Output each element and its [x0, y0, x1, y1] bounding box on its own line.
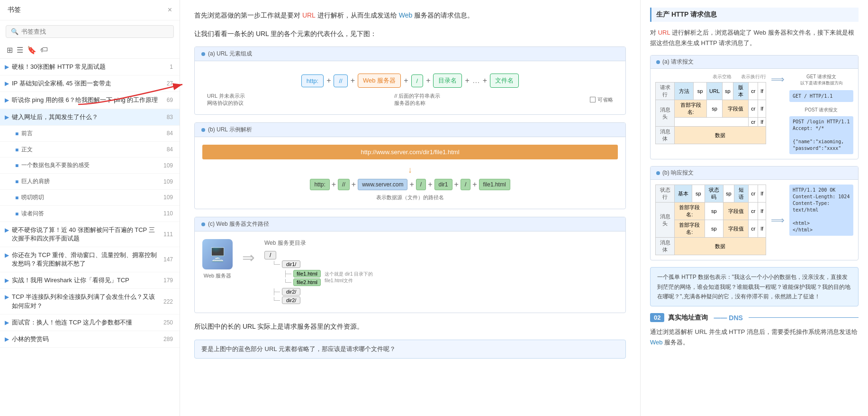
grid-icon[interactable]: ⊞	[7, 46, 13, 55]
table-cell: 字段值	[723, 220, 749, 238]
list-item[interactable]: ▶ 面试官：换人！他连 TCP 这几个参数都不懂 250	[0, 314, 180, 331]
tree-file2-box: file2.html	[293, 278, 321, 286]
diagram-a-header: (a) URL 元素组成	[195, 47, 625, 61]
search-input[interactable]	[21, 28, 169, 35]
resp-sample: HTTP/1.1 200 OK Content-Length: 1024 Con…	[789, 185, 853, 236]
bookmark-item-label: 正文	[21, 146, 33, 154]
table-cell: 版本	[733, 83, 749, 100]
table-cell: 首部字段名:	[675, 100, 707, 118]
bookmark-item-num: 27	[167, 80, 173, 87]
list-item[interactable]: ▶ 你还在为 TCP 重传、滑动窗口、流量控制、拥塞控制发愁吗？看完图解就不愁了…	[0, 247, 180, 272]
table-row-req2: 消息头 首部字段名: sp 字段值 cr lf	[656, 100, 766, 118]
list-item[interactable]: ▶ 键入网址后，其闻发生了什么？ 83	[0, 109, 180, 126]
desc-text2: 进行解析之后，浏览器确定了 Web 服务器和文件名，接下来就是根据这些信息来生成…	[650, 29, 854, 46]
bookmark-item-icon: ■	[15, 130, 18, 137]
list-item[interactable]: ▶ 听说你 ping 用的很 6？给我图解一下 ping 的工作原理 69	[0, 92, 180, 109]
table-cell: sp	[723, 83, 733, 100]
table-cell: lf	[758, 185, 766, 203]
diagram-c-body: 🖥️ Web 服务器 ⇒ Web 服务更目录 /	[195, 231, 625, 313]
bookmark-item-label: 键入网址后，其闻发生了什么？	[12, 113, 98, 121]
sidebar: 书签 × 🔍 ⊞ ☰ 🔖 🏷 ▶ 硬核！30张图解 HTTP 常见面试题 1 ▶…	[0, 0, 180, 416]
list-item[interactable]: ▶ 实战！我用 Wireshark 让你「看得见」TCP 179	[0, 272, 180, 289]
flow-box-file: file1.html	[479, 179, 510, 190]
row-label: 消息体	[656, 127, 675, 144]
table-cell: 字段值	[723, 100, 749, 118]
list-item[interactable]: ■ 巨人的肩膀 109	[0, 174, 180, 190]
url-plus6: +	[483, 76, 487, 85]
url-dots: …	[472, 76, 480, 85]
tag-icon[interactable]: 🏷	[40, 46, 48, 55]
get-sample: GET / HTTP/1.1	[789, 90, 853, 102]
search-bar[interactable]: 🔍	[6, 25, 174, 38]
server-label: Web 服务器	[204, 272, 231, 279]
question-text: 要是上图中的蓝色部分 URL 元素都省略了，那应该是请求哪个文件呢？	[201, 345, 396, 352]
row-label: 请求行	[656, 83, 675, 100]
list-item[interactable]: ■ 读者问答 110	[0, 206, 180, 222]
bookmark-item-icon: ▶	[5, 336, 9, 342]
list-item[interactable]: ■ 正文 84	[0, 142, 180, 158]
url-plus2: +	[351, 76, 355, 85]
bookmark-item-icon: ■	[15, 178, 18, 185]
flow-box-http: http:	[310, 179, 329, 190]
table-cell: lf	[758, 118, 766, 127]
list-item[interactable]: ▶ 硬不硬你说了算！近 40 张图解被问千百遍的 TCP 三次握手和四次挥手面试…	[0, 222, 180, 247]
bookmark-item-label: 你还在为 TCP 重传、滑动窗口、流量控制、拥塞控制发愁吗？看完图解就不愁了	[12, 251, 160, 268]
right-panel: 生产 HTTP 请求信息 对 URL 进行解析之后，浏览器确定了 Web 服务器…	[641, 0, 868, 416]
req-diagram-dot	[656, 60, 660, 64]
table-row-resp4: 消息体 数据	[656, 238, 766, 255]
resp-arrow-right: ⟹	[771, 214, 785, 226]
list-item[interactable]: ▶ IP 基础知识全家桶, 45 张图一套带走 27	[0, 75, 180, 92]
search-icon: 🔍	[11, 28, 18, 35]
table-cell: 字段值	[723, 203, 749, 220]
table-row-req4: 消息体 数据	[656, 127, 766, 144]
diagram-a-title: (a) URL 元素组成	[208, 50, 252, 58]
list-item[interactable]: ▶ 硬核！30张图解 HTTP 常见面试题 1	[0, 59, 180, 75]
sidebar-title: 书签	[8, 6, 21, 14]
list-item[interactable]: ▶ TCP 半连接队列和全连接队列满了会发生什么？又该如何应对？ 222	[0, 289, 180, 314]
close-icon[interactable]: ×	[168, 6, 172, 14]
path-label-b: 表示数据源（文件）的路径名	[202, 194, 618, 201]
row-label: 消息头	[656, 100, 675, 127]
section1-desc: 对 URL 进行解析之后，浏览器确定了 Web 服务器和文件名，接下来就是根据这…	[650, 28, 859, 48]
bottom-text1: 通过浏览器解析 URL 并生成 HTTP 消息后，需要委托操作系统将消息发送给	[650, 328, 858, 335]
bookmark-item-label: 一个数据包臭不要脸的感受	[21, 161, 90, 169]
url-example-bar: http://www.server.com/dir1/file1.html	[202, 145, 618, 159]
bookmark-item-icon: ▶	[5, 277, 9, 284]
table-row-resp2: 消息头 首部字段名: sp 字段值 cr lf	[656, 203, 766, 220]
table-cell: sp	[705, 220, 723, 238]
table-cell: 首部字段名:	[675, 220, 705, 238]
bookmark-item-num: 84	[167, 146, 173, 153]
tree-dir2a-item: ├─ dir2/	[272, 288, 618, 296]
bookmark-item-icon: ▶	[5, 294, 9, 300]
bookmark-item-icon: ▶	[5, 64, 9, 70]
bookmark-icon[interactable]: 🔖	[27, 46, 36, 55]
list-item[interactable]: ■ 一个数据包臭不要脸的感受 109	[0, 157, 180, 174]
bookmark-item-label: 读者问答	[21, 210, 44, 218]
bookmark-item-label: 硬不硬你说了算！近 40 张图解被问千百遍的 TCP 三次握手和四次挥手面试题	[12, 226, 160, 243]
bookmark-item-label: 小林的赞赏码	[12, 335, 49, 343]
url-label-server: // 后面的字符串表示服务器的名称	[394, 92, 440, 107]
list-item[interactable]: ▶ 小林的赞赏码 289	[0, 331, 180, 348]
section1-title: 生产 HTTP 请求信息	[656, 10, 717, 19]
table-row-resp1: 状态行 基本 sp 状态码 sp 短语 cr lf	[656, 185, 766, 203]
tree-dir2b-box: dir2/	[282, 296, 300, 304]
bookmark-item-icon: ■	[15, 211, 18, 217]
list-item[interactable]: ■ 唠叨唠叨 109	[0, 190, 180, 206]
url-box-dir: 目录名	[433, 74, 462, 88]
tree-dir1-box: dir1/	[282, 260, 300, 268]
diagram-a: (a) URL 元素组成 http: + // + Web 服务器 + / + …	[194, 46, 626, 115]
intro-web: Web	[399, 11, 413, 19]
list-icon[interactable]: ☰	[17, 46, 23, 55]
bookmark-item-num: 84	[167, 130, 173, 137]
table-cell: lf	[758, 220, 766, 238]
list-item[interactable]: ■ 前言 84	[0, 126, 180, 142]
diagram-b-header: (b) URL 示例解析	[195, 123, 625, 137]
bottom-text2: 服务器。	[664, 339, 689, 346]
tree-file2-item: └─ file2.html	[283, 278, 321, 286]
bookmark-item-icon: ▶	[5, 97, 9, 103]
bookmark-item-label: 唠叨唠叨	[21, 194, 44, 202]
flow-box-slash3: /	[461, 179, 470, 190]
diagram-b: (b) URL 示例解析 http://www.server.com/dir1/…	[194, 122, 626, 209]
req-diagram-title: (a) 请求报文	[662, 58, 694, 66]
resp-diagram-header: (b) 响应报文	[651, 166, 858, 180]
